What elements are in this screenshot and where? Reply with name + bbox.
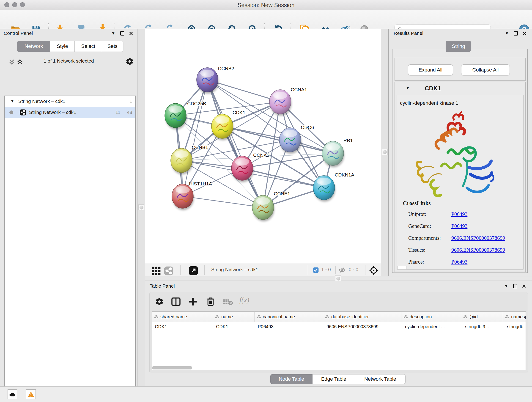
node-label-CDC6: CDC6	[301, 125, 314, 130]
right-splitter-grip[interactable]	[382, 149, 388, 155]
selected-checkbox-icon[interactable]	[313, 267, 319, 273]
tab-network[interactable]: Network	[17, 41, 50, 52]
table-cell[interactable]: 9606.ENSP00000378699	[324, 322, 402, 331]
network-node-CCNB1[interactable]	[171, 148, 193, 174]
network-node-CCNB2[interactable]	[196, 68, 219, 94]
column-header-2[interactable]: canonical name	[254, 312, 323, 322]
panel-float-icon[interactable]	[120, 31, 124, 36]
crosslink-link[interactable]: P06493	[451, 223, 467, 229]
network-svg: CCNB2CCNA1CDC25BCDK1CDC6RB1CCNB1CCNA2CDK…	[145, 29, 381, 263]
crosslink-row-3: Tissues:9606.ENSP00000378699	[400, 244, 521, 256]
table-cell[interactable]: stringdb	[504, 322, 526, 331]
network-tree-root-row[interactable]: ▼ String Network – cdk1 1	[5, 96, 135, 107]
table-header-row: shared namenamecanonical namedatabase id…	[152, 312, 526, 322]
scroll-corner[interactable]	[397, 266, 406, 269]
crosslink-label: Pharos:	[400, 259, 451, 265]
left-splitter[interactable]	[138, 29, 145, 386]
warnings-button[interactable]	[26, 389, 36, 399]
network-tree-row-selected[interactable]: String Network – cdk1 11 48	[5, 107, 135, 118]
open-view-in-window-icon[interactable]	[189, 266, 198, 275]
crosslink-label: GeneCard:	[400, 223, 451, 229]
panel-menu-icon[interactable]: ▼	[505, 32, 509, 35]
show-columns-icon[interactable]	[171, 297, 181, 306]
crosslink-link[interactable]: P06493	[451, 259, 467, 265]
cloud-button[interactable]	[7, 389, 17, 399]
toolbar-divider	[308, 265, 308, 275]
results-panel-title: Results Panel	[394, 31, 423, 36]
delete-column-trash-icon[interactable]	[206, 297, 215, 306]
horizontal-splitter[interactable]	[145, 276, 532, 281]
tab-style[interactable]: Style	[50, 41, 75, 52]
column-header-1[interactable]: name	[213, 312, 254, 322]
current-network-indicator-icon	[9, 110, 13, 114]
crosslink-link[interactable]: 9606.ENSP00000378699	[451, 247, 505, 253]
control-panel-controls: ▼	[111, 31, 133, 36]
panel-menu-icon[interactable]: ▼	[504, 284, 508, 288]
create-column-plus-icon[interactable]	[188, 297, 198, 306]
network-view-toolbar: String Network – cdk1 1 - 0 0 - 0	[145, 263, 381, 276]
column-header-6[interactable]: namespace	[503, 312, 526, 322]
node-label-CCNA2: CCNA2	[253, 153, 269, 158]
crosslink-link[interactable]: P06493	[451, 211, 467, 217]
expand-all-button[interactable]: Expand All	[408, 64, 453, 75]
network-node-CCNA1[interactable]	[269, 89, 291, 116]
tab-string[interactable]: String	[446, 41, 471, 52]
tab-network-table[interactable]: Network Table	[355, 374, 405, 384]
column-header-3[interactable]: database identifier	[323, 312, 401, 322]
table-panel-title: Table Panel	[150, 283, 175, 289]
column-header-label: canonical name	[263, 314, 295, 319]
table-horizontal-scrollbar[interactable]	[152, 366, 192, 370]
network-canvas[interactable]: CCNB2CCNA1CDC25BCDK1CDC6RB1CCNB1CCNA2CDK…	[145, 29, 381, 263]
column-header-5[interactable]: @id	[461, 312, 503, 322]
column-header-0[interactable]: shared name	[152, 312, 213, 322]
network-node-CDK1[interactable]	[211, 114, 234, 140]
table-row-0[interactable]: CDK1CDK1P064939606.ENSP00000378699cyclin…	[152, 322, 526, 331]
crosslinks-heading: CrossLinks	[403, 200, 431, 206]
left-splitter-grip[interactable]	[138, 204, 144, 211]
section-collapse-icon[interactable]: ▼	[406, 86, 410, 90]
table-cell[interactable]: P06493	[255, 322, 324, 331]
network-node-CDC6[interactable]	[279, 128, 301, 154]
network-node-CCNA2[interactable]	[231, 156, 253, 182]
crosslink-link[interactable]: 9606.ENSP00000378699	[451, 235, 505, 241]
panel-float-icon[interactable]	[513, 284, 517, 288]
hidden-eye-slash-icon[interactable]	[338, 267, 346, 274]
tab-select[interactable]: Select	[75, 41, 102, 52]
network-edge-HIST1H1A-CCNE1[interactable]	[183, 196, 263, 207]
tab-edge-table[interactable]: Edge Table	[312, 374, 355, 384]
table-cell[interactable]: cyclin-dependent ...	[402, 322, 462, 331]
fit-selection-crosshair-icon[interactable]	[369, 266, 378, 275]
panel-menu-icon[interactable]: ▼	[111, 32, 115, 35]
crosslink-label: Compartments:	[400, 235, 451, 241]
column-header-4[interactable]: description	[401, 312, 461, 322]
table-options-gear-icon[interactable]	[155, 297, 164, 306]
node-label-CCNB1: CCNB1	[192, 145, 208, 150]
network-collection-label: String Network – cdk1	[18, 99, 65, 104]
network-edge-CCNB2-CCNE1[interactable]	[207, 80, 263, 207]
tab-node-table[interactable]: Node Table	[270, 374, 312, 384]
tab-sets[interactable]: Sets	[102, 41, 123, 52]
tree-expander-icon[interactable]: ▼	[11, 99, 14, 103]
expand-collapse-box: Expand All Collapse All	[394, 58, 526, 81]
network-node-HIST1H1A[interactable]	[172, 184, 194, 210]
protein-structure-image	[399, 110, 505, 207]
main-toolbar: ?	[0, 10, 532, 29]
network-node-CCNE1[interactable]	[252, 195, 274, 221]
gene-section-header[interactable]: ▼ CDK1	[395, 82, 525, 95]
right-splitter[interactable]	[381, 29, 388, 276]
table-cell[interactable]: stringdb:9...	[462, 322, 504, 331]
gene-detail-box: cyclin-dependent kinase 1	[397, 95, 524, 269]
network-node-RB1[interactable]	[322, 141, 344, 167]
panel-float-icon[interactable]	[514, 31, 518, 36]
panel-close-icon[interactable]	[522, 284, 526, 288]
collapse-all-button[interactable]: Collapse All	[461, 64, 510, 75]
table-cell[interactable]: CDK1	[213, 322, 255, 331]
grid-view-icon[interactable]	[152, 266, 161, 275]
panel-close-icon[interactable]	[523, 32, 526, 35]
network-node-CDKN1A[interactable]	[313, 176, 335, 202]
string-view-icon[interactable]	[164, 266, 173, 275]
panel-close-icon[interactable]	[129, 32, 133, 35]
network-node-CDC25B[interactable]	[165, 103, 187, 129]
table-cell[interactable]: CDK1	[152, 322, 213, 331]
network-options-gear-icon[interactable]	[126, 57, 134, 65]
